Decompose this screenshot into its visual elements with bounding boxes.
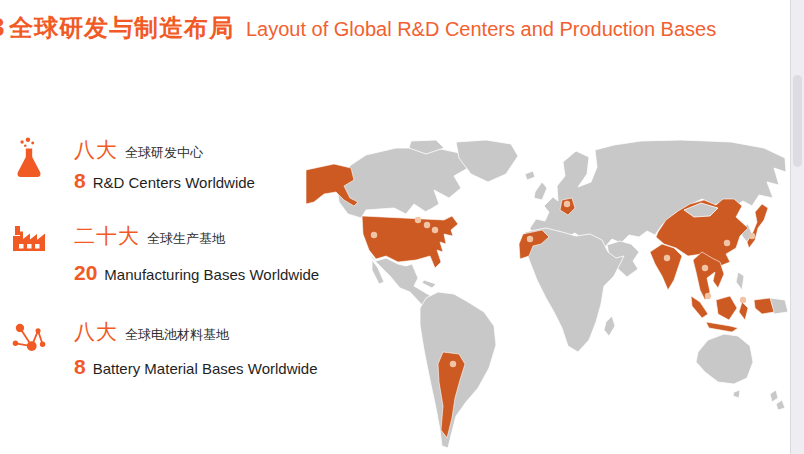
- base-marker-us-east: [432, 227, 438, 233]
- map-country-indonesia-java: [706, 322, 738, 332]
- map-country-usa: [362, 216, 458, 268]
- map-region-cuba: [422, 280, 436, 288]
- stat-manufacturing-bases: 二十大全球生产基地 20Manufacturing Bases Worldwid…: [6, 222, 319, 285]
- stat-en-label: R&D Centers Worldwide: [93, 174, 255, 191]
- map-region-iceland: [525, 171, 535, 180]
- map-country-indonesia-borneo: [716, 296, 737, 320]
- title-number-partial: 3: [0, 12, 4, 43]
- flask-icon: [6, 136, 52, 182]
- base-marker-us-west: [371, 232, 377, 238]
- base-marker-us-midwest-2: [424, 222, 430, 228]
- map-region-greenland: [456, 140, 518, 182]
- map-country-india: [650, 244, 682, 290]
- stat-zh-label: 全球电池材料基地: [125, 327, 229, 342]
- base-marker-us-midwest-1: [415, 217, 421, 223]
- stat-en-label: Manufacturing Bases Worldwide: [104, 266, 319, 283]
- page-title: 3 全球研发与制造布局Layout of Global R&D Centers …: [0, 12, 780, 44]
- stat-number: 20: [74, 261, 97, 284]
- stat-number: 8: [74, 169, 86, 192]
- map-region-australia: [696, 334, 753, 384]
- base-marker-malaysia: [705, 293, 711, 299]
- base-marker-argentina: [450, 361, 456, 367]
- base-marker-morocco: [527, 236, 533, 242]
- base-marker-thailand: [702, 265, 708, 271]
- map-region-uk: [534, 182, 547, 200]
- title-chinese: 全球研发与制造布局: [9, 14, 234, 41]
- map-country-indonesia-sulawesi: [739, 302, 748, 320]
- world-map: [306, 140, 790, 454]
- stat-en-label: Battery Material Bases Worldwide: [93, 360, 318, 377]
- map-region-canada: [336, 148, 468, 218]
- stat-battery-material-bases: 八大全球电池材料基地 8Battery Material Bases World…: [6, 318, 318, 379]
- stat-zh-count: 八大: [74, 138, 118, 161]
- map-country-japan: [747, 204, 768, 248]
- scrollbar-thumb[interactable]: [793, 75, 802, 167]
- title-english: Layout of Global R&D Centers and Product…: [246, 18, 716, 40]
- map-region-philippines: [736, 272, 744, 290]
- map-region-madagascar: [604, 316, 615, 336]
- molecule-icon: [6, 318, 52, 356]
- map-region-new-zealand: [770, 390, 785, 410]
- base-marker-japan: [749, 233, 755, 239]
- base-marker-india: [664, 255, 670, 261]
- map-region-tasmania: [733, 390, 740, 398]
- map-great-lakes: [426, 209, 440, 215]
- stat-number: 8: [74, 355, 86, 378]
- stat-zh-label: 全球生产基地: [147, 231, 225, 246]
- slide: 3 全球研发与制造布局Layout of Global R&D Centers …: [0, 0, 804, 454]
- base-marker-indonesia: [740, 297, 746, 303]
- stat-zh-count: 八大: [74, 320, 118, 343]
- stat-zh-count: 二十大: [74, 224, 140, 247]
- factory-icon: [6, 222, 52, 254]
- stat-zh-label: 全球研发中心: [125, 145, 203, 160]
- scrollbar-track[interactable]: [790, 0, 804, 454]
- base-marker-china: [724, 240, 730, 246]
- stat-rd-centers: 八大全球研发中心 8R&D Centers Worldwide: [6, 136, 255, 193]
- base-marker-germany: [564, 201, 570, 207]
